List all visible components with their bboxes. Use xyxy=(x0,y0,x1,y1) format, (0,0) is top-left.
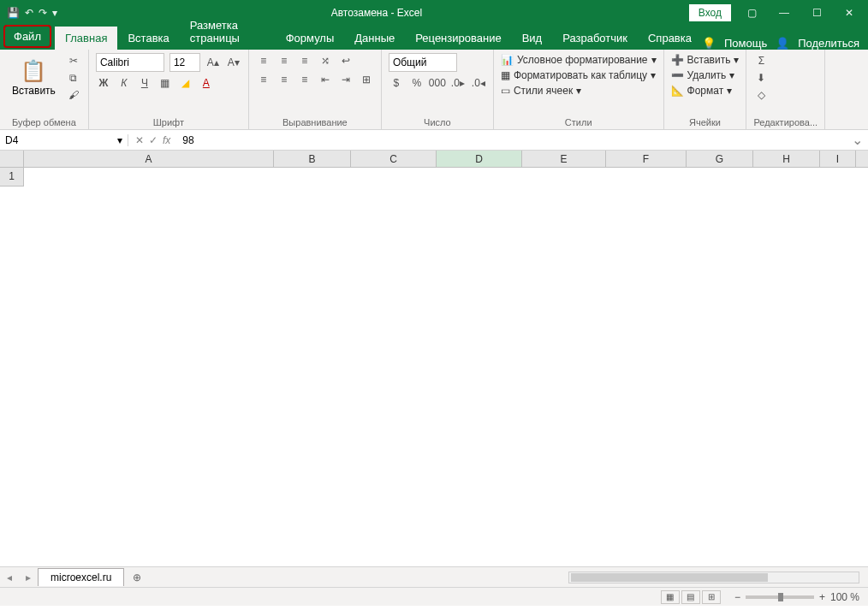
tab-home[interactable]: Главная xyxy=(55,27,117,50)
name-box[interactable]: D4▾ xyxy=(0,134,128,146)
orientation-icon[interactable]: ⤮ xyxy=(318,53,333,68)
percent-icon[interactable]: % xyxy=(409,75,425,91)
format-as-table-button[interactable]: ▦Форматировать как таблицу▾ xyxy=(501,68,657,82)
enter-formula-icon[interactable]: ✓ xyxy=(149,134,158,146)
copy-icon[interactable]: ⧉ xyxy=(66,70,81,86)
autosum-icon[interactable]: Σ xyxy=(753,53,769,68)
tab-formulas[interactable]: Формулы xyxy=(276,27,345,50)
formula-bar[interactable]: 98 xyxy=(177,134,847,146)
maximize-icon[interactable]: ☐ xyxy=(805,7,829,19)
format-painter-icon[interactable]: 🖌 xyxy=(66,87,81,103)
clipboard-icon: 📋 xyxy=(21,59,46,83)
qat-dropdown-icon[interactable]: ▾ xyxy=(52,7,57,19)
decrease-indent-icon[interactable]: ⇤ xyxy=(318,72,333,87)
currency-icon[interactable]: $ xyxy=(389,75,404,91)
conditional-formatting-button[interactable]: 📊Условное форматирование▾ xyxy=(501,53,657,67)
add-sheet-icon[interactable]: ⊕ xyxy=(124,572,150,583)
comma-icon[interactable]: 000 xyxy=(430,75,445,91)
align-middle-icon[interactable]: ≡ xyxy=(276,53,292,68)
font-name-combo[interactable] xyxy=(96,53,164,72)
paste-button[interactable]: 📋 Вставить xyxy=(7,59,61,97)
number-format-combo[interactable] xyxy=(389,53,457,72)
column-header[interactable]: E xyxy=(522,151,606,167)
increase-font-icon[interactable]: A▴ xyxy=(205,55,221,70)
underline-icon[interactable]: Ч xyxy=(137,75,152,91)
border-icon[interactable]: ▦ xyxy=(158,75,173,91)
page-break-view-icon[interactable]: ⊞ xyxy=(702,590,721,604)
align-bottom-icon[interactable]: ≡ xyxy=(297,53,312,68)
scroll-thumb[interactable] xyxy=(571,573,768,582)
zoom-out-icon[interactable]: − xyxy=(734,591,740,603)
column-header[interactable]: H xyxy=(753,151,820,167)
share-button[interactable]: Поделиться xyxy=(798,37,859,50)
fx-icon[interactable]: fx xyxy=(163,134,170,146)
column-header[interactable]: A xyxy=(24,151,274,167)
minimize-icon[interactable]: — xyxy=(772,7,796,19)
italic-icon[interactable]: К xyxy=(116,75,132,91)
column-header[interactable]: F xyxy=(606,151,687,167)
column-header[interactable]: B xyxy=(274,151,351,167)
tab-review[interactable]: Рецензирование xyxy=(405,27,511,50)
tab-insert[interactable]: Вставка xyxy=(117,27,179,50)
cond-fmt-icon: 📊 xyxy=(501,54,514,66)
font-color-icon[interactable]: A xyxy=(199,75,214,91)
sheet-tab[interactable]: microexcel.ru xyxy=(38,568,124,586)
zoom-slider[interactable] xyxy=(746,595,814,599)
delete-cells-button[interactable]: ➖Удалить▾ xyxy=(671,68,740,82)
save-icon[interactable]: 💾 xyxy=(7,7,20,19)
column-header[interactable]: D xyxy=(437,151,522,167)
tab-developer[interactable]: Разработчик xyxy=(552,27,638,50)
undo-icon[interactable]: ↶ xyxy=(25,7,33,19)
cell-styles-button[interactable]: ▭Стили ячеек▾ xyxy=(501,84,657,98)
page-layout-view-icon[interactable]: ▤ xyxy=(681,590,700,604)
normal-view-icon[interactable]: ▦ xyxy=(661,590,680,604)
ribbon-tabs: Файл Главная Вставка Разметка страницы Ф… xyxy=(0,26,868,50)
sheet-nav-prev-icon[interactable]: ◂ xyxy=(0,572,19,583)
decrease-decimal-icon[interactable]: .0◂ xyxy=(471,75,486,91)
font-size-combo[interactable] xyxy=(169,53,200,72)
tab-file[interactable]: Файл xyxy=(3,25,51,48)
close-icon[interactable]: ✕ xyxy=(837,7,861,19)
tab-data[interactable]: Данные xyxy=(344,27,405,50)
tab-help[interactable]: Справка xyxy=(638,27,702,50)
increase-indent-icon[interactable]: ⇥ xyxy=(338,72,354,87)
expand-formula-bar-icon[interactable]: ⌄ xyxy=(847,132,868,148)
ribbon-options-icon[interactable]: ▢ xyxy=(740,7,764,19)
bold-icon[interactable]: Ж xyxy=(96,75,111,91)
horizontal-scrollbar[interactable] xyxy=(568,572,859,583)
group-editing: Σ ⬇ ◇ Редактирова... xyxy=(746,50,825,129)
cancel-formula-icon[interactable]: ✕ xyxy=(135,134,144,146)
window-title: Автозамена - Excel xyxy=(64,7,689,19)
insert-cells-button[interactable]: ➕Вставить▾ xyxy=(671,53,740,67)
decrease-font-icon[interactable]: A▾ xyxy=(226,55,241,70)
increase-decimal-icon[interactable]: .0▸ xyxy=(450,75,466,91)
align-left-icon[interactable]: ≡ xyxy=(256,72,271,87)
zoom-value[interactable]: 100 % xyxy=(830,591,859,603)
column-header[interactable]: C xyxy=(351,151,437,167)
column-header[interactable]: I xyxy=(820,151,856,167)
zoom-control: − + 100 % xyxy=(726,591,868,603)
chevron-down-icon[interactable]: ▾ xyxy=(117,134,122,146)
fill-color-icon[interactable]: ◢ xyxy=(178,75,193,91)
align-right-icon[interactable]: ≡ xyxy=(297,72,312,87)
login-button[interactable]: Вход xyxy=(689,4,731,21)
tab-page-layout[interactable]: Разметка страницы xyxy=(180,14,276,50)
tell-me[interactable]: Помощь xyxy=(724,37,767,50)
merge-icon[interactable]: ⊞ xyxy=(359,72,374,87)
column-header[interactable]: G xyxy=(687,151,753,167)
cut-icon[interactable]: ✂ xyxy=(66,53,81,68)
tab-view[interactable]: Вид xyxy=(512,27,553,50)
align-top-icon[interactable]: ≡ xyxy=(256,53,271,68)
clear-icon[interactable]: ◇ xyxy=(753,87,769,103)
zoom-in-icon[interactable]: + xyxy=(819,591,825,603)
redo-icon[interactable]: ↷ xyxy=(39,7,47,19)
format-cells-button[interactable]: 📐Формат▾ xyxy=(671,84,740,98)
select-all-corner[interactable] xyxy=(0,151,24,167)
fill-icon[interactable]: ⬇ xyxy=(753,70,769,86)
sheet-nav-next-icon[interactable]: ▸ xyxy=(19,572,38,583)
align-center-icon[interactable]: ≡ xyxy=(276,72,292,87)
person-icon: 👤 xyxy=(776,37,789,50)
row-header[interactable]: 1 xyxy=(0,168,24,187)
group-cells: ➕Вставить▾ ➖Удалить▾ 📐Формат▾ Ячейки xyxy=(664,50,747,129)
wrap-text-icon[interactable]: ↩ xyxy=(338,53,354,68)
